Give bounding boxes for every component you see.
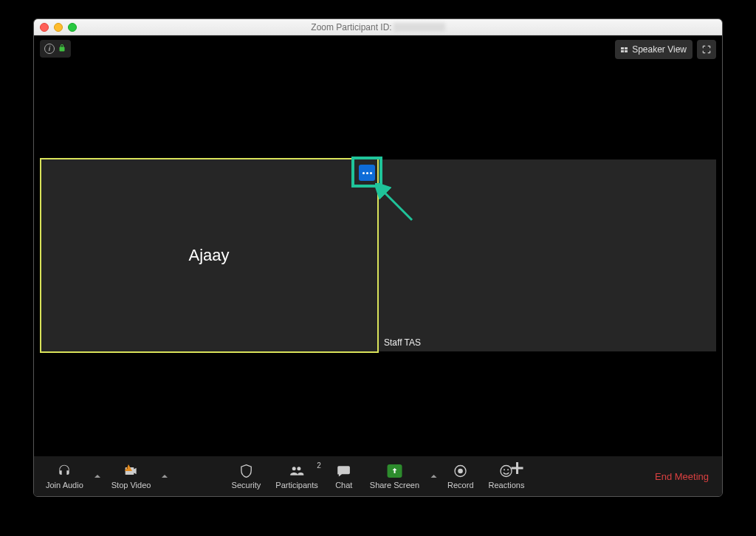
participant-tile-other[interactable]: Staff TAS bbox=[378, 159, 716, 351]
share-options-chevron[interactable] bbox=[427, 473, 440, 480]
fullscreen-button[interactable] bbox=[697, 40, 716, 59]
zoom-window: Zoom Participant ID: i Speaker View Ajaa… bbox=[33, 18, 723, 497]
more-dots-icon bbox=[362, 172, 372, 174]
tile-more-button[interactable] bbox=[359, 165, 375, 181]
participant-name: Ajaay bbox=[188, 246, 229, 265]
record-icon bbox=[453, 463, 468, 479]
window-zoom-button[interactable] bbox=[68, 23, 77, 32]
shield-icon bbox=[238, 463, 253, 479]
share-screen-button[interactable]: Share Screen bbox=[362, 463, 427, 489]
chat-bubble-icon bbox=[337, 463, 351, 479]
security-button[interactable]: Security bbox=[224, 463, 269, 489]
window-minimize-button[interactable] bbox=[54, 23, 63, 32]
video-grid: Ajaay Staff TAS bbox=[40, 159, 716, 351]
meeting-toolbar: Join Audio Stop Video Security bbox=[34, 456, 722, 496]
chat-button[interactable]: Chat bbox=[326, 463, 362, 489]
video-options-chevron[interactable] bbox=[158, 473, 171, 480]
share-screen-icon bbox=[387, 464, 402, 478]
end-meeting-button[interactable]: End Meeting bbox=[646, 471, 718, 482]
participants-button[interactable]: 2 Participants bbox=[268, 463, 325, 489]
window-titlebar: Zoom Participant ID: bbox=[34, 19, 722, 35]
reactions-button[interactable]: Reactions bbox=[481, 463, 532, 489]
speaker-view-button[interactable]: Speaker View bbox=[615, 40, 693, 59]
svg-point-5 bbox=[507, 469, 509, 470]
join-audio-button[interactable]: Join Audio bbox=[38, 463, 91, 489]
reactions-plus-icon bbox=[509, 461, 524, 475]
people-icon bbox=[289, 463, 304, 479]
headphones-icon bbox=[57, 463, 72, 479]
audio-options-chevron[interactable] bbox=[91, 473, 104, 480]
participant-name-label: Staff TAS bbox=[381, 337, 424, 348]
speaker-view-label: Speaker View bbox=[632, 44, 687, 55]
participant-tile-self[interactable]: Ajaay bbox=[40, 159, 378, 351]
svg-point-2 bbox=[458, 469, 463, 474]
record-button[interactable]: Record bbox=[440, 463, 481, 489]
meeting-info-icon[interactable]: i bbox=[44, 44, 55, 54]
stop-video-button[interactable]: Stop Video bbox=[104, 463, 159, 489]
window-close-button[interactable] bbox=[40, 23, 49, 32]
svg-point-4 bbox=[504, 469, 505, 470]
gallery-grid-icon bbox=[621, 47, 628, 52]
encryption-lock-icon[interactable] bbox=[58, 42, 66, 55]
video-warning-icon bbox=[125, 464, 132, 471]
window-title: Zoom Participant ID: bbox=[34, 22, 722, 32]
participants-count-badge: 2 bbox=[317, 461, 321, 470]
